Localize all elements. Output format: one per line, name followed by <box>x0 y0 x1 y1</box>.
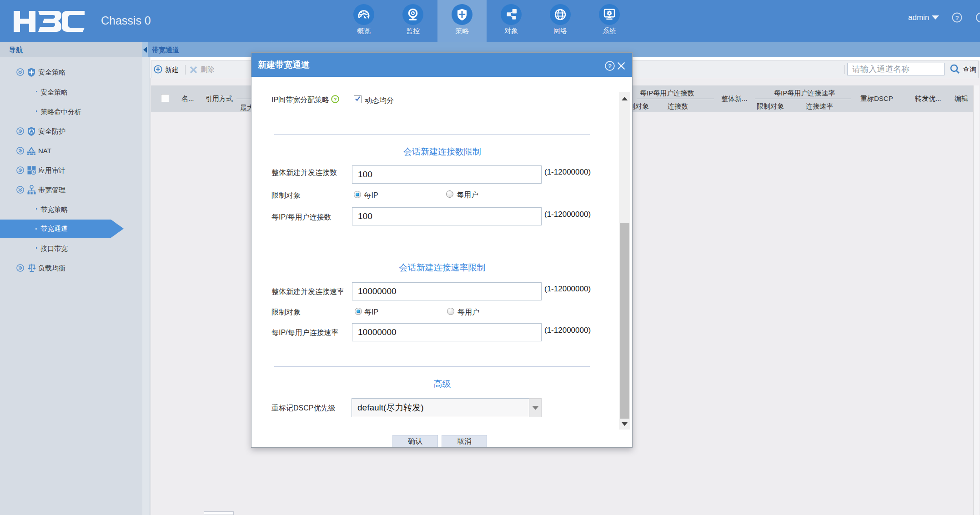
svg-text:?: ? <box>608 63 612 70</box>
svg-text:?: ? <box>333 97 337 102</box>
svg-text:?: ? <box>955 15 959 21</box>
